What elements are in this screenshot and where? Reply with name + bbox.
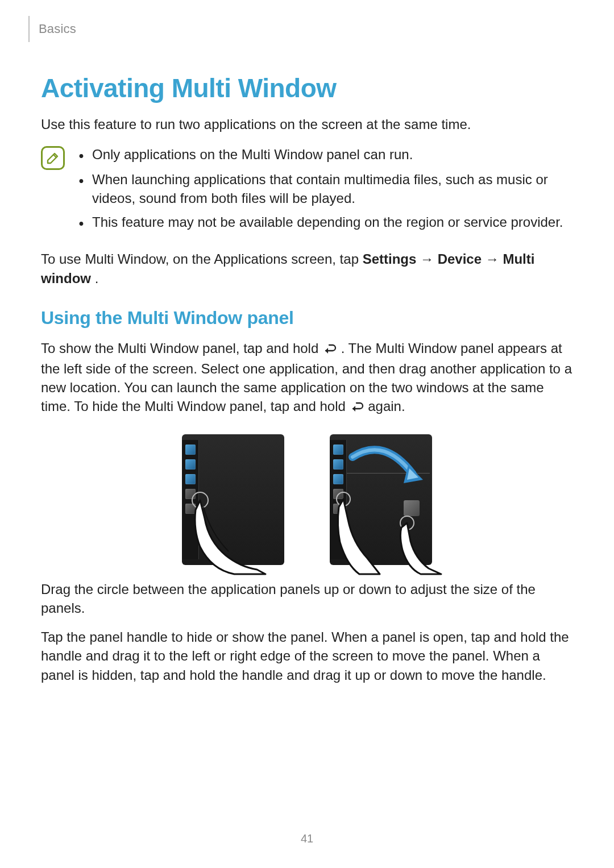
panel-app-icon [185, 445, 196, 455]
drag-arrow-icon [345, 440, 435, 520]
arrow-icon: → [420, 251, 438, 267]
svg-point-2 [400, 516, 414, 530]
bullet-icon: • [76, 214, 86, 233]
instruction-settings: Settings [363, 251, 417, 267]
back-return-icon [350, 398, 364, 417]
dragged-app-icon [404, 500, 420, 516]
note-item: • Only applications on the Multi Window … [76, 145, 573, 165]
instruction-tail: . [95, 271, 99, 286]
back-return-icon [322, 340, 337, 359]
figure-tap-panel [182, 434, 284, 565]
document-page: Basics Activating Multi Window Use this … [0, 0, 614, 868]
instruction-device: Device [438, 251, 482, 267]
header-divider [28, 16, 30, 42]
note-item: • This feature may not be available depe… [76, 213, 573, 233]
split-divider [347, 473, 430, 474]
note-item: • When launching applications that conta… [76, 170, 573, 208]
panel-text-c: again. [368, 398, 405, 414]
note-pencil-icon [41, 146, 65, 170]
page-header: Basics [41, 16, 573, 42]
page-number: 41 [0, 832, 614, 845]
panel-app-icon [333, 459, 343, 470]
bullet-icon: • [76, 146, 86, 165]
note-item-text: When launching applications that contain… [92, 170, 573, 208]
panel-app-icon [185, 489, 196, 499]
instruction-lead: To use Multi Window, on the Applications… [41, 251, 363, 267]
panel-app-icon [333, 489, 343, 499]
figure-drag-app [330, 434, 432, 565]
panel-app-icon [333, 445, 343, 455]
instruction-text: To use Multi Window, on the Applications… [41, 250, 573, 288]
figure-row [41, 434, 573, 565]
panel-app-icon [185, 474, 196, 484]
page-title: Activating Multi Window [41, 73, 573, 103]
section-name: Basics [39, 22, 76, 36]
post-figure-p1: Drag the circle between the application … [41, 580, 573, 617]
panel-app-icon [185, 459, 196, 470]
note-list: • Only applications on the Multi Window … [76, 145, 573, 237]
panel-app-icon [333, 474, 343, 484]
note-item-text: Only applications on the Multi Window pa… [92, 145, 413, 164]
panel-paragraph: To show the Multi Window panel, tap and … [41, 339, 573, 417]
multiwindow-side-panel [330, 440, 347, 559]
note-block: • Only applications on the Multi Window … [41, 145, 573, 237]
bullet-icon: • [76, 171, 86, 190]
arrow-icon: → [486, 251, 503, 267]
multiwindow-side-panel [182, 440, 199, 559]
post-figure-p2: Tap the panel handle to hide or show the… [41, 628, 573, 684]
note-item-text: This feature may not be available depend… [92, 213, 563, 232]
section-subtitle: Using the Multi Window panel [41, 308, 573, 329]
panel-app-icon [185, 504, 196, 514]
hand-drag-icon [380, 479, 448, 575]
panel-text-a: To show the Multi Window panel, tap and … [41, 340, 322, 356]
panel-app-icon [333, 504, 343, 514]
intro-text: Use this feature to run two applications… [41, 115, 573, 134]
pencil-icon [45, 151, 60, 165]
